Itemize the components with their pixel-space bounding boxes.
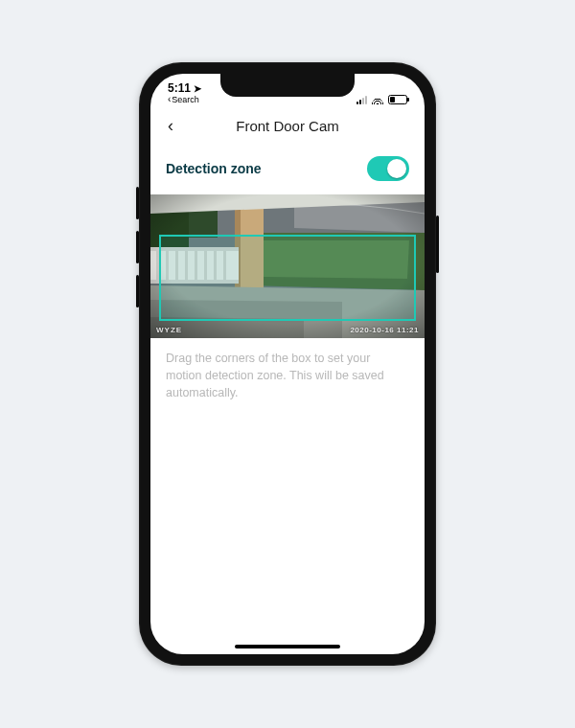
help-text: Drag the corners of the box to set your … <box>150 338 425 413</box>
zone-handle-top-right[interactable] <box>406 235 416 244</box>
cellular-icon <box>356 95 367 104</box>
status-time: 5:11 <box>168 81 191 95</box>
notch <box>220 74 355 97</box>
location-icon: ➤ <box>194 83 201 94</box>
nav-bar: ‹ Front Door Cam <box>150 106 425 145</box>
zone-handle-top-left[interactable] <box>159 235 169 244</box>
detection-zone-row: Detection zone <box>150 145 425 194</box>
status-left: 5:11 ➤ ‹ Search <box>168 81 201 104</box>
camera-preview: WYZE 2020-10-16 11:21 <box>150 194 425 338</box>
screen: 5:11 ➤ ‹ Search ‹ Front Door Ca <box>150 74 425 654</box>
back-button[interactable]: ‹ <box>164 112 177 140</box>
chevron-left-icon: ‹ <box>168 94 171 104</box>
wifi-icon <box>371 95 384 104</box>
detection-zone-label: Detection zone <box>166 161 262 176</box>
zone-handle-bottom-left[interactable] <box>159 311 169 321</box>
status-right <box>356 95 407 104</box>
back-to-search-link[interactable]: ‹ Search <box>168 94 199 104</box>
toggle-knob <box>387 159 406 178</box>
back-to-search-label: Search <box>172 95 199 104</box>
watermark-brand: WYZE <box>156 326 182 334</box>
battery-icon <box>388 95 407 104</box>
detection-zone-box[interactable] <box>159 235 417 321</box>
home-indicator[interactable] <box>235 645 340 648</box>
watermark-timestamp: 2020-10-16 11:21 <box>350 326 419 334</box>
chevron-left-icon: ‹ <box>168 116 173 135</box>
zone-handle-bottom-right[interactable] <box>406 311 416 321</box>
phone-frame: 5:11 ➤ ‹ Search ‹ Front Door Ca <box>139 62 436 666</box>
detection-zone-toggle[interactable] <box>367 156 409 181</box>
page-title: Front Door Cam <box>236 118 339 134</box>
